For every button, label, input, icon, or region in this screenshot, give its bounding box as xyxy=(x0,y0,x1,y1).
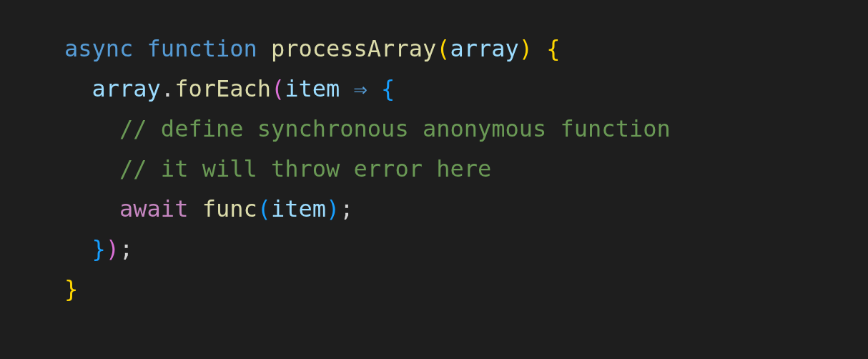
close-brace: } xyxy=(64,275,78,303)
indent xyxy=(64,155,119,182)
comment: // define synchronous anonymous function xyxy=(119,115,671,142)
code-line-1: async function processArray(array) { xyxy=(64,29,868,69)
code-line-6: }); xyxy=(64,229,868,269)
semicolon: ; xyxy=(119,235,133,262)
arrow-function: ⇒ xyxy=(340,75,381,102)
open-paren: ( xyxy=(257,195,271,222)
close-paren: ) xyxy=(519,35,533,62)
code-line-2: array.forEach(item ⇒ { xyxy=(64,69,868,109)
indent xyxy=(64,75,92,102)
variable: array xyxy=(92,75,161,102)
semicolon: ; xyxy=(340,195,353,222)
indent xyxy=(64,195,119,222)
open-paren: ( xyxy=(436,35,450,62)
keyword-function: function xyxy=(147,35,257,62)
close-brace: } xyxy=(92,235,106,262)
parameter: item xyxy=(285,75,340,102)
code-line-5: await func(item); xyxy=(64,189,868,229)
indent xyxy=(64,235,92,262)
space xyxy=(188,195,202,222)
argument: item xyxy=(271,195,326,222)
comment: // it will throw error here xyxy=(119,155,491,182)
method-call: forEach xyxy=(174,75,271,102)
keyword-await: await xyxy=(119,195,188,222)
code-editor[interactable]: async function processArray(array) { arr… xyxy=(64,29,868,309)
keyword-async: async xyxy=(64,35,133,62)
code-line-7: } xyxy=(64,269,868,309)
dot: . xyxy=(161,75,174,102)
code-line-3: // define synchronous anonymous function xyxy=(64,109,868,149)
parameter: array xyxy=(450,35,518,62)
close-paren: ) xyxy=(106,235,119,262)
function-name: processArray xyxy=(271,35,436,62)
open-brace: { xyxy=(546,35,560,62)
code-line-4: // it will throw error here xyxy=(64,149,868,189)
open-brace: { xyxy=(381,75,395,102)
close-paren: ) xyxy=(326,195,340,222)
open-paren: ( xyxy=(271,75,285,102)
function-call: func xyxy=(202,195,257,222)
indent xyxy=(64,115,119,142)
